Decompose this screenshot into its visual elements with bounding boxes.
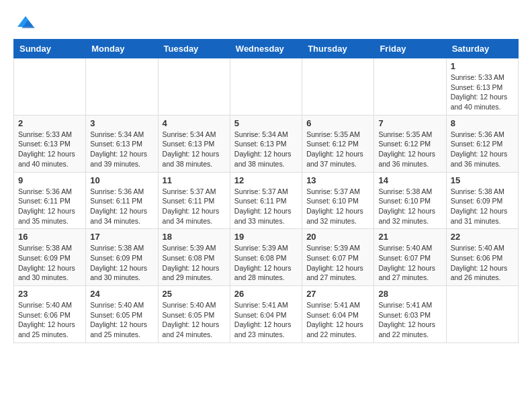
calendar-day-cell: 7Sunrise: 5:35 AM Sunset: 6:12 PM Daylig… <box>374 115 446 172</box>
day-number: 6 <box>306 118 369 128</box>
calendar-header-row: SundayMondayTuesdayWednesdayThursdayFrid… <box>14 40 519 58</box>
day-info: Sunrise: 5:34 AM Sunset: 6:13 PM Dayligh… <box>234 130 298 169</box>
day-number: 8 <box>451 118 514 128</box>
day-number: 26 <box>234 289 298 299</box>
calendar-day-cell: 24Sunrise: 5:40 AM Sunset: 6:05 PM Dayli… <box>86 286 158 343</box>
day-number: 11 <box>163 175 226 185</box>
calendar-day-cell: 22Sunrise: 5:40 AM Sunset: 6:06 PM Dayli… <box>446 229 518 286</box>
day-info: Sunrise: 5:41 AM Sunset: 6:04 PM Dayligh… <box>306 300 369 340</box>
calendar-day-cell: 9Sunrise: 5:36 AM Sunset: 6:11 PM Daylig… <box>14 172 86 229</box>
calendar-day-cell: 18Sunrise: 5:39 AM Sunset: 6:08 PM Dayli… <box>158 229 230 286</box>
day-info: Sunrise: 5:35 AM Sunset: 6:12 PM Dayligh… <box>306 130 369 169</box>
day-number: 2 <box>18 118 81 128</box>
calendar-day-cell: 2Sunrise: 5:33 AM Sunset: 6:13 PM Daylig… <box>14 115 86 172</box>
day-info: Sunrise: 5:36 AM Sunset: 6:11 PM Dayligh… <box>18 187 81 226</box>
day-number: 4 <box>163 118 226 128</box>
day-of-week-header: Saturday <box>446 40 518 58</box>
day-of-week-header: Thursday <box>302 40 374 58</box>
calendar-day-cell: 8Sunrise: 5:36 AM Sunset: 6:12 PM Daylig… <box>446 115 518 172</box>
day-info: Sunrise: 5:38 AM Sunset: 6:09 PM Dayligh… <box>18 243 81 283</box>
calendar-day-cell: 16Sunrise: 5:38 AM Sunset: 6:09 PM Dayli… <box>14 229 86 286</box>
calendar-day-cell: 5Sunrise: 5:34 AM Sunset: 6:13 PM Daylig… <box>230 115 302 172</box>
logo <box>13 13 35 32</box>
day-info: Sunrise: 5:36 AM Sunset: 6:12 PM Dayligh… <box>451 130 514 169</box>
day-info: Sunrise: 5:38 AM Sunset: 6:09 PM Dayligh… <box>90 243 153 283</box>
calendar-day-cell <box>446 286 518 343</box>
calendar-day-cell: 25Sunrise: 5:40 AM Sunset: 6:05 PM Dayli… <box>158 286 230 343</box>
day-info: Sunrise: 5:34 AM Sunset: 6:13 PM Dayligh… <box>163 130 226 169</box>
calendar-day-cell: 10Sunrise: 5:36 AM Sunset: 6:11 PM Dayli… <box>86 172 158 229</box>
day-info: Sunrise: 5:33 AM Sunset: 6:13 PM Dayligh… <box>18 130 81 169</box>
day-number: 22 <box>451 232 514 242</box>
calendar-week-row: 16Sunrise: 5:38 AM Sunset: 6:09 PM Dayli… <box>14 229 519 286</box>
day-number: 15 <box>451 175 514 185</box>
calendar-day-cell <box>86 58 158 116</box>
calendar-day-cell <box>302 58 374 116</box>
day-info: Sunrise: 5:35 AM Sunset: 6:12 PM Dayligh… <box>378 130 441 169</box>
day-info: Sunrise: 5:37 AM Sunset: 6:11 PM Dayligh… <box>234 187 298 226</box>
calendar-day-cell: 20Sunrise: 5:39 AM Sunset: 6:07 PM Dayli… <box>302 229 374 286</box>
calendar-day-cell: 4Sunrise: 5:34 AM Sunset: 6:13 PM Daylig… <box>158 115 230 172</box>
day-number: 17 <box>90 232 153 242</box>
calendar-day-cell: 3Sunrise: 5:34 AM Sunset: 6:13 PM Daylig… <box>86 115 158 172</box>
day-info: Sunrise: 5:40 AM Sunset: 6:05 PM Dayligh… <box>163 300 226 340</box>
day-of-week-header: Friday <box>374 40 446 58</box>
calendar-day-cell <box>14 58 86 116</box>
calendar-week-row: 9Sunrise: 5:36 AM Sunset: 6:11 PM Daylig… <box>14 172 519 229</box>
day-number: 9 <box>18 175 81 185</box>
calendar-day-cell: 11Sunrise: 5:37 AM Sunset: 6:11 PM Dayli… <box>158 172 230 229</box>
day-number: 5 <box>234 118 298 128</box>
day-of-week-header: Wednesday <box>230 40 302 58</box>
day-number: 23 <box>18 289 81 299</box>
day-number: 24 <box>90 289 153 299</box>
day-of-week-header: Tuesday <box>158 40 230 58</box>
day-info: Sunrise: 5:33 AM Sunset: 6:13 PM Dayligh… <box>451 73 514 112</box>
day-info: Sunrise: 5:39 AM Sunset: 6:07 PM Dayligh… <box>306 243 369 283</box>
day-number: 21 <box>378 232 441 242</box>
day-number: 19 <box>234 232 298 242</box>
day-of-week-header: Sunday <box>14 40 86 58</box>
calendar-day-cell: 21Sunrise: 5:40 AM Sunset: 6:07 PM Dayli… <box>374 229 446 286</box>
day-info: Sunrise: 5:40 AM Sunset: 6:05 PM Dayligh… <box>90 300 153 340</box>
calendar-day-cell: 6Sunrise: 5:35 AM Sunset: 6:12 PM Daylig… <box>302 115 374 172</box>
day-info: Sunrise: 5:38 AM Sunset: 6:09 PM Dayligh… <box>451 187 514 226</box>
calendar-day-cell <box>374 58 446 116</box>
calendar-day-cell: 15Sunrise: 5:38 AM Sunset: 6:09 PM Dayli… <box>446 172 518 229</box>
day-number: 25 <box>163 289 226 299</box>
page-header <box>13 13 519 32</box>
day-info: Sunrise: 5:39 AM Sunset: 6:08 PM Dayligh… <box>163 243 226 283</box>
day-info: Sunrise: 5:37 AM Sunset: 6:11 PM Dayligh… <box>163 187 226 226</box>
day-number: 20 <box>306 232 369 242</box>
calendar-day-cell: 12Sunrise: 5:37 AM Sunset: 6:11 PM Dayli… <box>230 172 302 229</box>
calendar-week-row: 1Sunrise: 5:33 AM Sunset: 6:13 PM Daylig… <box>14 58 519 116</box>
calendar-week-row: 2Sunrise: 5:33 AM Sunset: 6:13 PM Daylig… <box>14 115 519 172</box>
calendar-day-cell: 13Sunrise: 5:37 AM Sunset: 6:10 PM Dayli… <box>302 172 374 229</box>
day-number: 3 <box>90 118 153 128</box>
day-number: 28 <box>378 289 441 299</box>
calendar-week-row: 23Sunrise: 5:40 AM Sunset: 6:06 PM Dayli… <box>14 286 519 343</box>
day-info: Sunrise: 5:41 AM Sunset: 6:04 PM Dayligh… <box>234 300 298 340</box>
day-info: Sunrise: 5:40 AM Sunset: 6:07 PM Dayligh… <box>378 243 441 283</box>
logo-icon <box>16 13 35 32</box>
day-info: Sunrise: 5:39 AM Sunset: 6:08 PM Dayligh… <box>234 243 298 283</box>
day-info: Sunrise: 5:34 AM Sunset: 6:13 PM Dayligh… <box>90 130 153 169</box>
calendar-day-cell: 1Sunrise: 5:33 AM Sunset: 6:13 PM Daylig… <box>446 58 518 116</box>
calendar-day-cell: 19Sunrise: 5:39 AM Sunset: 6:08 PM Dayli… <box>230 229 302 286</box>
calendar-day-cell: 23Sunrise: 5:40 AM Sunset: 6:06 PM Dayli… <box>14 286 86 343</box>
day-number: 10 <box>90 175 153 185</box>
calendar-day-cell: 17Sunrise: 5:38 AM Sunset: 6:09 PM Dayli… <box>86 229 158 286</box>
day-number: 1 <box>451 61 514 71</box>
day-info: Sunrise: 5:38 AM Sunset: 6:10 PM Dayligh… <box>378 187 441 226</box>
calendar-day-cell <box>158 58 230 116</box>
day-number: 12 <box>234 175 298 185</box>
day-of-week-header: Monday <box>86 40 158 58</box>
day-info: Sunrise: 5:41 AM Sunset: 6:03 PM Dayligh… <box>378 300 441 340</box>
calendar-day-cell: 26Sunrise: 5:41 AM Sunset: 6:04 PM Dayli… <box>230 286 302 343</box>
day-number: 18 <box>163 232 226 242</box>
day-number: 27 <box>306 289 369 299</box>
day-number: 14 <box>378 175 441 185</box>
day-number: 7 <box>378 118 441 128</box>
calendar-day-cell: 27Sunrise: 5:41 AM Sunset: 6:04 PM Dayli… <box>302 286 374 343</box>
day-info: Sunrise: 5:40 AM Sunset: 6:06 PM Dayligh… <box>18 300 81 340</box>
day-info: Sunrise: 5:40 AM Sunset: 6:06 PM Dayligh… <box>451 243 514 283</box>
